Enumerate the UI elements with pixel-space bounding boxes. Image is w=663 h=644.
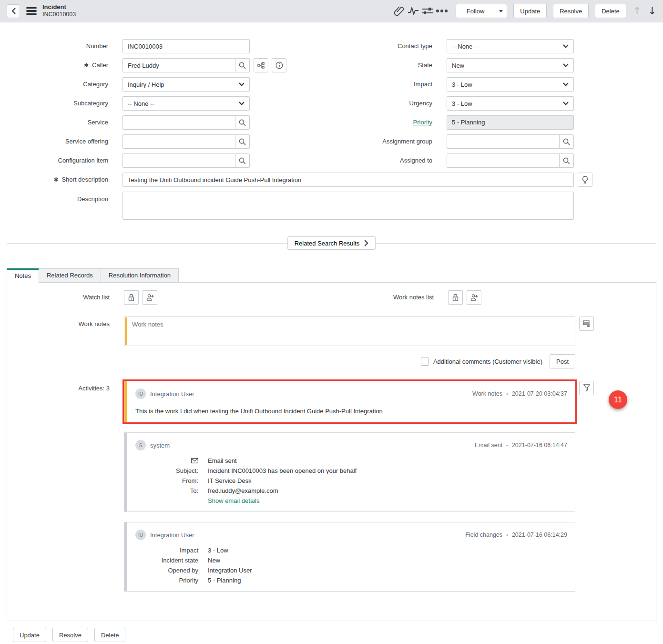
activity-timestamp: 2021-07-20 03:04:37 [502,390,567,397]
impact-select[interactable]: 3 - Low [447,77,574,92]
service-offering-lookup-button[interactable] [235,134,250,149]
watch-list-add-me-button[interactable] [143,290,157,305]
delete-button[interactable]: Delete [595,4,626,18]
footer-update-button[interactable]: Update [13,628,46,642]
email-subject-label: Subject: [135,467,198,474]
search-icon [239,138,246,145]
number-field[interactable] [122,39,250,53]
resolve-button[interactable]: Resolve [553,4,589,18]
subcategory-select[interactable]: -- None -- [122,96,250,111]
assigned-to-lookup-button[interactable] [559,153,574,168]
priority-link[interactable]: Priority [413,119,432,126]
configuration-item-field[interactable] [122,153,235,168]
follow-dropdown-button[interactable] [495,4,507,18]
chevron-down-icon [563,44,569,48]
avatar: IU [135,388,146,399]
show-email-details-link[interactable]: Show email details [208,497,259,504]
org-chart-icon [257,62,265,69]
next-record-button[interactable]: ↓ [648,5,656,17]
stream-lines-icon [583,320,591,327]
field-change-label: Priority [135,577,198,584]
urgency-label: Urgency [250,96,447,111]
attachment-button[interactable] [392,4,406,18]
chevron-down-icon [499,10,503,12]
short-description-field[interactable] [122,173,574,187]
assignment-group-field[interactable] [447,134,560,149]
email-from: IT Service Desk [208,477,567,484]
field-change-value: New [208,557,567,564]
service-offering-label: Service offering [7,134,122,149]
work-notes-list-label: Work notes list [251,290,448,305]
tab-notes[interactable]: Notes [7,268,39,283]
search-icon [563,138,570,145]
follow-button[interactable]: Follow [456,4,496,18]
service-offering-field[interactable] [122,134,235,149]
activity-timestamp: 2021-07-16 06:14:47 [502,442,567,449]
add-person-icon [146,294,154,301]
additional-comments-checkbox[interactable] [421,358,429,366]
activity-filter-button[interactable] [579,381,594,395]
service-label: Service [7,115,122,130]
record-type-label: Incident [42,3,76,11]
activity-type: Field changes [465,532,502,538]
field-change-value: Integration User [208,567,567,574]
activity-type: Work notes [472,390,502,397]
category-select[interactable]: Inquiry / Help [122,77,250,92]
caller-info-button[interactable] [272,58,286,72]
work-notes-list-lock-button[interactable] [448,290,463,305]
contact-type-label: Contact type [250,39,447,53]
email-to-label: To: [135,487,198,494]
back-button[interactable] [7,4,20,18]
configuration-item-lookup-button[interactable] [235,153,250,168]
footer-resolve-button[interactable]: Resolve [52,628,88,642]
lightbulb-icon [582,176,588,184]
personalize-form-button[interactable] [420,4,435,18]
related-search-results-button[interactable]: Related Search Results [287,236,376,250]
tab-resolution-information[interactable]: Resolution Information [101,268,179,283]
more-options-button[interactable] [435,4,449,18]
previous-record-button[interactable]: ↑ [633,5,642,17]
lock-icon [452,294,459,301]
assignment-group-label: Assignment group [250,134,447,149]
description-field[interactable] [122,192,574,220]
state-select[interactable]: New [447,58,574,72]
watch-list-lock-button[interactable] [124,290,139,305]
avatar: IU [135,530,146,540]
avatar: S [135,440,146,450]
service-lookup-button[interactable] [235,115,250,130]
assigned-to-field[interactable] [447,153,560,168]
field-change-value: 5 - Planning [208,577,567,584]
update-button[interactable]: Update [513,4,547,18]
context-menu-icon[interactable] [26,7,37,15]
work-notes-label: Work notes [7,317,124,327]
toggle-activity-formatting-button[interactable] [579,317,594,331]
chevron-down-icon [239,102,245,105]
paperclip-icon [394,6,404,16]
search-icon [563,157,570,164]
chevron-down-icon [563,82,569,86]
tab-related-records[interactable]: Related Records [39,268,101,283]
watch-list-label: Watch list [7,290,124,305]
contact-type-select[interactable]: -- None -- [447,39,574,53]
activity-stream-button[interactable] [406,4,420,18]
assignment-group-lookup-button[interactable] [559,134,574,149]
post-button[interactable]: Post [550,354,575,368]
caller-connect-button[interactable] [254,58,268,72]
related-search-section: Related Search Results [0,236,663,250]
activity-type: Email sent [475,442,502,449]
activity-entry-field-changes: IU Integration User Field changes2021-07… [124,522,575,592]
service-field[interactable] [122,115,235,130]
caller-lookup-button[interactable] [235,58,250,72]
work-notes-field[interactable] [124,317,575,346]
caller-field[interactable] [122,58,235,72]
impact-label: Impact [250,77,447,92]
work-notes-list-add-me-button[interactable] [467,290,481,305]
footer-delete-button[interactable]: Delete [94,628,126,642]
urgency-select[interactable]: 3 - Low [447,96,574,111]
work-notes-wrapper [124,317,575,346]
email-subject: Incident INC0010003 has been opened on y… [208,467,567,474]
suggestion-button[interactable] [578,173,592,187]
envelope-icon [191,458,198,463]
record-title: Incident INC0010003 [42,3,76,19]
configuration-item-label: Configuration item [7,153,122,168]
